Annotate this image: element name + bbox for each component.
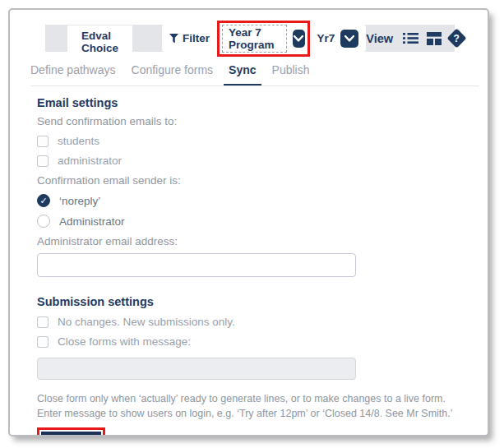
chevron-down-icon[interactable] <box>340 30 358 48</box>
view-group: View ? <box>366 25 469 52</box>
funnel-icon <box>169 34 178 44</box>
sync-button[interactable]: Sync <box>41 432 101 437</box>
students-checkbox[interactable] <box>37 136 49 147</box>
tab-sync[interactable]: Sync <box>224 63 261 85</box>
administrator-checkbox-label: administrator <box>58 155 122 167</box>
chevron-down-icon[interactable] <box>293 30 304 48</box>
sender-label: Confirmation email sender is: <box>37 174 463 187</box>
app-tab-label: Edval Choice <box>81 30 118 54</box>
sync-button-area: Sync <box>37 427 105 437</box>
submission-settings-heading: Submission settings <box>37 295 463 308</box>
administrator-checkbox[interactable] <box>37 155 49 167</box>
no-changes-checkbox[interactable] <box>37 316 49 328</box>
no-changes-checkbox-label: No changes. New submissions only. <box>58 316 235 328</box>
help-text-line-2: Enter message to show users on login, e.… <box>37 407 463 422</box>
sync-settings-content: Email settings Send confirmation emails … <box>37 96 463 436</box>
email-settings-heading: Email settings <box>37 96 463 109</box>
program-dropdown[interactable]: Year 7 Program <box>222 25 305 53</box>
view-label: View <box>366 32 393 45</box>
close-forms-checkbox[interactable] <box>37 336 49 348</box>
checkbox-row-no-changes: No changes. New submissions only. <box>37 316 463 328</box>
admin-email-label: Administrator email address: <box>37 235 463 247</box>
noreply-radio-label: ‘noreply’ <box>59 195 100 207</box>
filter-panel: Filter Year 7 Program Yr7 <box>162 25 366 52</box>
program-dropdown-value: Year 7 Program <box>222 25 287 53</box>
noreply-radio[interactable] <box>37 194 50 207</box>
radio-row-administrator: Administrator <box>37 215 463 228</box>
year-dropdown-value: Yr7 <box>317 32 335 44</box>
close-forms-checkbox-label: Close forms with message: <box>58 335 191 348</box>
nav-tabs: Define pathways Configure forms Sync Pub… <box>30 63 479 85</box>
administrator-radio-label: Administrator <box>59 215 125 228</box>
sync-button-highlight-box: Sync <box>37 427 105 437</box>
layout-view-icon[interactable] <box>427 32 442 45</box>
checkbox-row-administrator: administrator <box>37 155 463 167</box>
help-diamond-icon[interactable]: ? <box>450 31 464 45</box>
send-to-label: Send confirmation emails to: <box>37 115 463 127</box>
tab-edval-choice[interactable]: Edval Choice <box>67 25 132 58</box>
tab-configure-forms[interactable]: Configure forms <box>132 63 214 85</box>
admin-email-input[interactable] <box>37 253 356 277</box>
students-checkbox-label: students <box>58 135 99 147</box>
administrator-radio[interactable] <box>37 215 50 228</box>
close-message-input[interactable] <box>37 358 356 380</box>
filter-button[interactable]: Filter <box>169 32 210 44</box>
help-text: Close form only when ‘actually’ ready to… <box>37 392 463 422</box>
checkbox-row-close-forms: Close forms with message: <box>37 335 463 348</box>
app-window: Edval Choice Filter Year 7 Program Yr7 <box>8 8 489 436</box>
checkbox-row-students: students <box>37 135 463 147</box>
list-view-icon[interactable] <box>403 32 418 44</box>
program-dropdown-highlight-box: Year 7 Program <box>217 21 310 57</box>
radio-row-noreply: ‘noreply’ <box>37 194 463 207</box>
filter-label: Filter <box>183 32 210 44</box>
year-dropdown[interactable]: Yr7 <box>317 30 359 48</box>
tab-define-pathways[interactable]: Define pathways <box>30 63 116 85</box>
help-text-line-1: Close form only when ‘actually’ ready to… <box>37 392 463 407</box>
toolbar: Edval Choice Filter Year 7 Program Yr7 <box>45 25 455 52</box>
tab-publish[interactable]: Publish <box>272 63 310 85</box>
tabs-divider <box>30 85 479 86</box>
